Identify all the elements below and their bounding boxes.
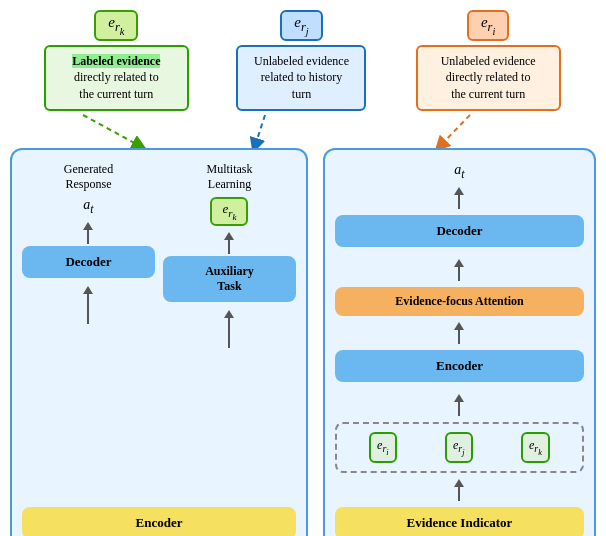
evidence-box-blue: Unlabeled evidence related to history tu… xyxy=(236,45,366,111)
col2-title: MultitaskLearning xyxy=(206,162,252,193)
arrow-up-3 xyxy=(224,232,234,254)
evidence-boxes: eri erj erk xyxy=(335,422,584,473)
evidence-j-box: erj xyxy=(445,432,473,463)
arrow-up-2 xyxy=(83,286,93,324)
at-label-b: at xyxy=(454,162,464,181)
label-k: erk xyxy=(94,10,138,41)
decoder-box-a: Decoder xyxy=(22,246,155,278)
er-label: erk xyxy=(210,197,248,226)
generated-response-column: GeneratedResponse at Decoder xyxy=(22,162,155,507)
arrow-b-4 xyxy=(454,394,464,416)
arrow-b-1 xyxy=(454,187,464,209)
label-i: eri xyxy=(467,10,509,41)
label-j: erj xyxy=(280,10,322,41)
svg-line-0 xyxy=(83,115,140,146)
at-label-a: at xyxy=(83,197,93,216)
arrow-b-5 xyxy=(454,479,464,501)
panel-b: at Decoder Evidence-focus Attention xyxy=(323,148,596,536)
indicator-box: Evidence Indicator xyxy=(335,507,584,536)
evidence-i-box: eri xyxy=(369,432,397,463)
evidence-k-box: erk xyxy=(521,432,550,463)
svg-line-2 xyxy=(440,115,470,146)
arrow-up-4 xyxy=(224,310,234,348)
panel-b-inner: at Decoder Evidence-focus Attention xyxy=(335,162,584,536)
decoder-box-b: Decoder xyxy=(335,215,584,247)
panel-a: GeneratedResponse at Decoder MultitaskLe… xyxy=(10,148,308,536)
attention-box: Evidence-focus Attention xyxy=(335,287,584,316)
arrow-b-3 xyxy=(454,322,464,344)
evidence-box-orange: Unlabeled evidence directly related to t… xyxy=(416,45,561,111)
svg-line-1 xyxy=(255,115,265,146)
main-container: erk Labeled evidence directly related to… xyxy=(0,0,606,536)
encoder-box-b: Encoder xyxy=(335,350,584,382)
encoder-box-a: Encoder xyxy=(22,507,296,536)
connector-arrows xyxy=(10,113,596,148)
col1-title: GeneratedResponse xyxy=(64,162,113,193)
arrow-b-2 xyxy=(454,259,464,281)
auxiliary-task-box: AuxiliaryTask xyxy=(163,256,296,302)
multitask-column: MultitaskLearning erk AuxiliaryTask xyxy=(163,162,296,507)
arrow-up-1 xyxy=(83,222,93,244)
evidence-box-green: Labeled evidence directly related to the… xyxy=(44,45,189,111)
